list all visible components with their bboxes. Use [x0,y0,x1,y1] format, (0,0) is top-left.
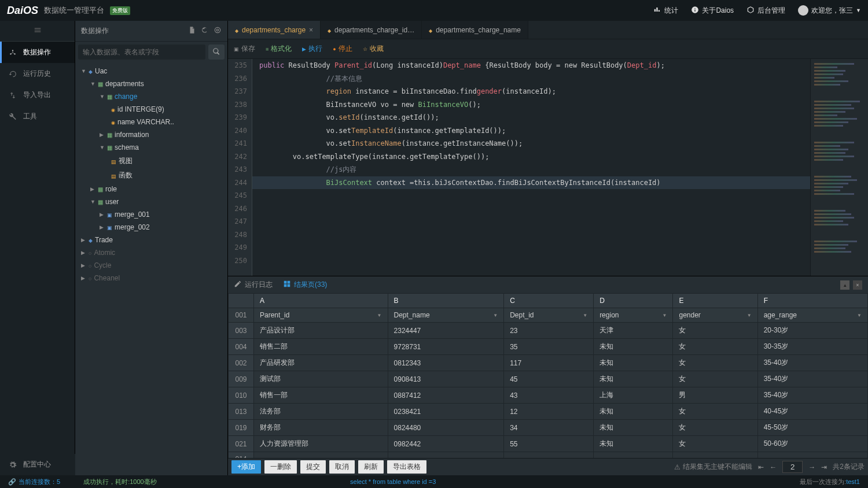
cancel-button[interactable]: 取消 [329,460,355,474]
col-a[interactable]: A [254,294,388,308]
table-row[interactable]: 010销售一部088741243上海男35-40岁 [229,387,868,404]
add-button[interactable]: +添加 [231,460,261,474]
node-trade[interactable]: ▶Trade [75,234,227,246]
close-icon[interactable]: × [309,26,313,34]
expand-button[interactable]: ▴ [840,280,849,290]
table-row[interactable]: 019财务部082448034未知女45-50岁 [229,420,868,436]
minimap[interactable] [810,59,868,276]
save-button[interactable]: ▣保存 [234,44,255,54]
editor-area: departments_charge× departments_charge_i… [228,21,868,475]
connection-status: 🔗当前连接数：5 [8,478,60,486]
code-content[interactable]: public ResultBody Parent_id(Long instanc… [252,59,810,276]
version-badge: 免费版 [110,6,130,15]
tree-body: ▼Uac ▼departments ▼change id INTERGE(9) … [75,62,227,475]
cube-icon [746,6,755,16]
col-b[interactable]: B [388,294,504,308]
node-departments[interactable]: ▼departments [75,77,227,90]
next-page-button[interactable]: → [808,463,815,471]
node-merge2[interactable]: ▶merge_002 [75,221,227,234]
warning-icon: ⚠ [674,463,681,471]
stats-link[interactable]: 统计 [653,6,678,16]
filter-region[interactable]: region▼ [594,308,673,323]
svg-point-4 [216,29,219,31]
close-panel-button[interactable]: × [853,280,862,290]
refresh-button[interactable]: 刷新 [358,460,384,474]
stop-button[interactable]: ●停止 [333,44,352,54]
data-icon [8,48,17,57]
config-center-button[interactable]: 配置中心 [0,454,75,475]
tab-0[interactable]: departments_charge× [228,21,321,39]
node-schema[interactable]: ▼schema [75,141,227,154]
link-icon: 🔗 [8,478,16,485]
node-cheanel[interactable]: ▶Cheanel [75,272,227,284]
table-row[interactable]: 014 [229,452,868,459]
node-cycle[interactable]: ▶Cycle [75,259,227,272]
code-editor[interactable]: 2352362372382392402412422432442452462472… [228,59,868,276]
favorite-button[interactable]: ☆收藏 [363,44,384,54]
tab-2[interactable]: departments_charge_name [422,21,528,39]
grid-icon [283,280,291,290]
table-row[interactable]: 013法务部023842112未知女40-45岁 [229,404,868,420]
filter-age_range[interactable]: age_range▼ [757,308,867,323]
col-f[interactable]: F [757,294,867,308]
filter-Dept_name[interactable]: Dept_name▼ [388,308,504,323]
search-input[interactable] [78,45,205,60]
avatar-icon [798,5,808,16]
admin-link[interactable]: 后台管理 [746,6,785,16]
history-icon [8,69,17,79]
logo-text: DaiOS [7,5,38,17]
prev-page-button[interactable]: ← [770,463,777,471]
node-uac[interactable]: ▼Uac [75,65,227,77]
table-row[interactable]: 021人力资源管理部098244255未知女50-60岁 [229,436,868,452]
last-page-button[interactable]: ⇥ [821,463,827,471]
filter-gender[interactable]: gender▼ [673,308,757,323]
table-row[interactable]: 002产品研发部0812343117未知女35-40岁 [229,355,868,371]
refresh-icon[interactable] [201,26,209,36]
col-c[interactable]: C [504,294,594,308]
node-user[interactable]: ▼user [75,195,227,208]
node-change[interactable]: ▼change [75,90,227,103]
file-icon [429,26,432,34]
log-tab[interactable]: 运行日志 [234,280,273,290]
line-gutter: 2352362372382392402412422432442452462472… [228,59,252,276]
node-funcs[interactable]: 函数 [75,168,227,183]
filter-Parent_id[interactable]: Parent_id▼ [254,308,388,323]
svg-point-0 [12,50,13,51]
collapse-button[interactable] [0,21,75,42]
new-file-icon[interactable] [188,26,196,36]
export-button[interactable]: 导出表格 [387,460,426,474]
delete-button[interactable]: 一删除 [264,460,297,474]
about-link[interactable]: 关于Daios [691,6,734,16]
table-row[interactable]: 009测试部090841345未知女35-40岁 [229,371,868,387]
play-icon: ▶ [302,46,306,52]
grid-toolbar: +添加 一删除 提交 取消 刷新 导出表格 ⚠结果集无主键不能编辑 ⇤ ← → … [228,458,868,475]
node-atomic[interactable]: ▶Atomic [75,246,227,259]
search-button[interactable] [208,45,225,60]
nav-import-export[interactable]: 导入导出 [0,84,75,106]
tab-1[interactable]: departments_charge_id… [321,21,422,39]
nav-tools[interactable]: 工具 [0,106,75,127]
result-tab[interactable]: 结果页(33) [283,280,327,290]
table-row[interactable]: 003产品设计部232444723天津女20-30岁 [229,323,868,339]
execute-button[interactable]: ▶执行 [302,44,322,54]
table-row[interactable]: 004销售二部972873135未知女30-35岁 [229,339,868,355]
node-merge1[interactable]: ▶merge_001 [75,208,227,221]
result-grid[interactable]: A B C D E F 001Parent_id▼Dept_name▼Dept_… [228,293,868,458]
nav-data-ops[interactable]: 数据操作 [0,42,75,63]
target-icon[interactable] [214,26,222,36]
node-id-field[interactable]: id INTERGE(9) [75,103,227,116]
filter-Dept_id[interactable]: Dept_id▼ [504,308,594,323]
first-page-button[interactable]: ⇤ [758,463,764,471]
page-input[interactable] [782,461,803,473]
col-d[interactable]: D [594,294,673,308]
node-role[interactable]: ▶role [75,183,227,195]
node-name-field[interactable]: name VARCHAR.. [75,116,227,128]
logo: DaiOS 数据统一管理平台 免费版 [7,5,130,17]
nav-run-history[interactable]: 运行历史 [0,63,75,84]
node-information[interactable]: ▶information [75,128,227,141]
col-e[interactable]: E [673,294,757,308]
format-button[interactable]: ≡格式化 [266,44,292,54]
node-views[interactable]: 视图 [75,154,227,168]
commit-button[interactable]: 提交 [300,460,326,474]
user-menu[interactable]: 欢迎您，张三 ▼ [798,5,861,16]
